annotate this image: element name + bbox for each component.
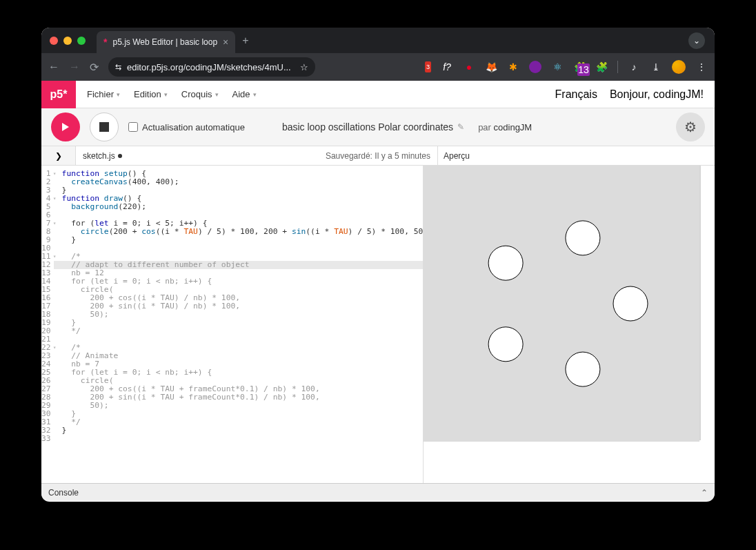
extension-icon[interactable]: 🧩13	[573, 61, 586, 73]
preview-label: Aperçu	[437, 146, 715, 165]
console-expand-icon[interactable]: ⌃	[701, 488, 708, 498]
canvas-output	[424, 166, 699, 442]
menu-aide[interactable]: Aide	[232, 89, 257, 99]
menu-edition[interactable]: Edition	[134, 89, 168, 99]
auto-refresh-label: Actualisation automatique	[142, 122, 245, 132]
extension-icon[interactable]: 3	[425, 61, 431, 72]
stop-button[interactable]	[90, 112, 119, 141]
extension-icon[interactable]: f?	[441, 61, 453, 73]
auto-refresh-toggle[interactable]: Actualisation automatique	[128, 122, 245, 132]
user-menu[interactable]: Bonjour, codingJM!	[610, 88, 704, 101]
minimize-window-icon[interactable]	[63, 37, 72, 45]
extensions-button[interactable]: 🧩	[595, 61, 608, 73]
browser-tab[interactable]: * p5.js Web Editor | basic loop ×	[97, 31, 235, 53]
status-bar: ❯ sketch.js Sauvegardé: Il y a 5 minutes…	[41, 146, 715, 166]
code-editor[interactable]: 1234567891011121314151617181920212223242…	[41, 166, 424, 483]
react-devtools-icon[interactable]: ⚛	[551, 61, 564, 73]
address-bar: ← → ⟳ ⇆ editor.p5js.org/codingJM/sketche…	[41, 53, 715, 81]
extension-icon[interactable]	[529, 61, 541, 73]
url-text: editor.p5js.org/codingJM/sketches/4mU...	[127, 62, 291, 72]
close-tab-icon[interactable]: ×	[223, 37, 228, 48]
pinterest-icon[interactable]: ●	[463, 61, 475, 73]
back-button[interactable]: ←	[48, 61, 59, 73]
author-link[interactable]: codingJM	[494, 122, 533, 132]
filename[interactable]: sketch.js	[76, 151, 129, 161]
menu-fichier[interactable]: Fichier	[87, 89, 120, 99]
console-bar[interactable]: Console ⌃	[41, 483, 715, 501]
sketch-name: basic loop oscillations Polar coordinate…	[282, 121, 453, 132]
bookmark-icon[interactable]: ☆	[300, 62, 308, 72]
file-panel-toggle[interactable]: ❯	[41, 146, 76, 165]
unsaved-dot-icon	[118, 154, 122, 158]
p5-header: p5* FichierEditionCroquisAide Français B…	[41, 81, 715, 108]
maximize-window-icon[interactable]	[77, 37, 86, 45]
media-icon[interactable]: ♪	[628, 61, 640, 73]
separator	[617, 61, 618, 73]
p5-menubar: FichierEditionCroquisAide	[76, 89, 268, 99]
saved-status: Sauvegardé: Il y a 5 minutes	[326, 151, 437, 161]
svg-point-2	[566, 352, 600, 386]
reload-button[interactable]: ⟳	[90, 61, 99, 74]
main-split: 1234567891011121314151617181920212223242…	[41, 166, 715, 483]
console-label: Console	[48, 488, 79, 498]
new-tab-button[interactable]: +	[242, 35, 248, 47]
language-menu[interactable]: Français	[555, 88, 597, 101]
svg-point-1	[613, 286, 648, 321]
p5-favicon-icon: *	[103, 37, 107, 48]
code-area[interactable]: function setup() { createCanvas(400, 400…	[54, 166, 424, 483]
extension-icon[interactable]: ✱	[507, 61, 519, 73]
svg-rect-0	[424, 166, 699, 442]
extensions-tray: 3 f? ● 🦊 ✱ ⚛ 🧩13 🧩 ♪ ⤓ ⋮	[425, 60, 708, 74]
byline: par codingJM	[478, 122, 532, 132]
browser-menu-icon[interactable]: ⋮	[695, 61, 708, 73]
auto-refresh-checkbox[interactable]	[128, 122, 138, 132]
downloads-icon[interactable]: ⤓	[650, 61, 662, 73]
site-info-icon[interactable]: ⇆	[115, 63, 121, 72]
metamask-icon[interactable]: 🦊	[485, 61, 497, 73]
preview-canvas	[424, 166, 701, 440]
menu-croquis[interactable]: Croquis	[181, 89, 219, 99]
stop-icon	[99, 122, 109, 132]
profile-avatar[interactable]	[672, 60, 686, 74]
close-window-icon[interactable]	[50, 37, 58, 45]
toolbar: Actualisation automatique basic loop osc…	[41, 108, 715, 146]
browser-window: * p5.js Web Editor | basic loop × + ⌄ ← …	[41, 28, 715, 502]
settings-button[interactable]: ⚙	[676, 112, 705, 141]
svg-point-5	[566, 221, 600, 255]
p5-logo[interactable]: p5*	[41, 81, 76, 108]
line-gutter: 1234567891011121314151617181920212223242…	[41, 166, 54, 483]
svg-point-3	[488, 327, 523, 362]
tab-title: p5.js Web Editor | basic loop	[112, 37, 217, 47]
window-controls	[50, 37, 86, 45]
tabs-overflow-button[interactable]: ⌄	[688, 32, 705, 49]
svg-point-4	[488, 246, 523, 280]
tab-bar: * p5.js Web Editor | basic loop × + ⌄	[41, 28, 715, 53]
forward-button[interactable]: →	[69, 61, 80, 73]
play-button[interactable]	[51, 112, 80, 141]
edit-name-icon[interactable]: ✎	[457, 122, 464, 132]
url-field[interactable]: ⇆ editor.p5js.org/codingJM/sketches/4mU.…	[108, 57, 315, 77]
